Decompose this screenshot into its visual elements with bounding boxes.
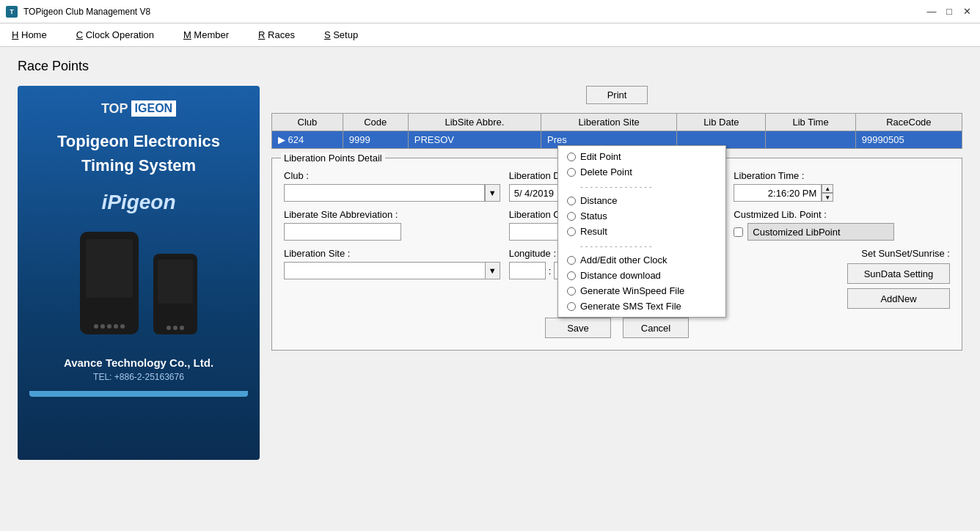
club-field: Club : ▼ <box>284 170 500 202</box>
club-input-wrapper: ▼ <box>284 184 500 202</box>
radio-distance <box>567 197 576 205</box>
company-name: Avance Technology Co., Ltd. <box>64 356 213 369</box>
device-small <box>153 254 197 334</box>
device-large <box>80 232 139 334</box>
device-illustration <box>80 232 197 334</box>
app-icon: T <box>6 6 18 18</box>
brand-subtitle2: Timing System <box>81 155 196 177</box>
col-club: Club <box>272 114 343 131</box>
left-panel: TOP IGEON Topigeon Electronics Timing Sy… <box>18 86 260 460</box>
col-libtime: Lib Time <box>766 114 855 131</box>
ctx-sep1: - - - - - - - - - - - - - - - <box>558 180 725 193</box>
save-button[interactable]: Save <box>545 318 611 338</box>
radio-generate-sms <box>567 302 576 311</box>
brand-subtitle1: Topigeon Electronics <box>57 131 220 153</box>
ctx-edit-point[interactable]: Edit Point <box>558 149 725 164</box>
col-code: Code <box>343 114 408 131</box>
radio-add-edit-clock <box>567 256 576 265</box>
window-title: TOPigeon Club Management V8 <box>23 7 150 17</box>
cancel-button[interactable]: Cancel <box>623 318 689 338</box>
liberate-site-abbr-label: Liberate Site Abbreviation : <box>284 209 500 220</box>
brand-pigeon: IGEON <box>131 100 177 117</box>
cell-libsite-abbre: PRESOV <box>408 131 541 149</box>
ctx-generate-winspeed[interactable]: Generate WinSpeed File <box>558 283 725 299</box>
customized-checkbox-row <box>734 223 894 241</box>
col-libsite: LibSite Abbre. <box>408 114 541 131</box>
time-up-btn[interactable]: ▲ <box>822 184 833 193</box>
sunset-label: Set SunSet/Sunrise : <box>861 248 950 259</box>
ctx-generate-sms[interactable]: Generate SMS Text File <box>558 299 725 314</box>
ctx-add-edit-clock[interactable]: Add/Edit other Clock <box>558 252 725 268</box>
ctx-delete-point[interactable]: Delete Point <box>558 164 725 180</box>
time-spinner: ▲ ▼ <box>822 184 833 202</box>
menu-setup[interactable]: S Setup <box>318 26 364 43</box>
cell-racecode: 99990505 <box>855 131 962 149</box>
liberate-site-abbr-field: Liberate Site Abbreviation : <box>284 209 500 241</box>
brand-product: iPigeon <box>101 191 175 214</box>
add-new-button[interactable]: AddNew <box>847 288 950 309</box>
maximize-button[interactable]: □ <box>942 4 957 19</box>
liberation-site-field: Liberation Site : ▼ <box>284 248 500 309</box>
customized-checkbox[interactable] <box>734 227 743 237</box>
radio-status <box>567 212 576 221</box>
customized-section: Custmized Lib. Point : <box>734 209 950 241</box>
title-bar-controls: — □ ✕ <box>924 4 974 19</box>
company-tel: TEL: +886-2-25163676 <box>93 372 184 382</box>
liberation-site-label: Liberation Site : <box>284 248 500 259</box>
liberation-time-label: Liberation Time : <box>734 170 950 181</box>
col-racecode: RaceCode <box>855 114 962 131</box>
club-label: Club : <box>284 170 500 181</box>
liberate-site-abbr-input[interactable] <box>284 223 401 241</box>
liberation-site-input[interactable] <box>284 262 485 279</box>
brand-top: TOP <box>101 101 128 117</box>
liberation-time-field: Liberation Time : ▲ ▼ <box>734 170 950 202</box>
action-buttons: Save Cancel <box>284 318 950 338</box>
cell-indicator: ▶ 624 <box>272 131 343 149</box>
menu-member[interactable]: M Member <box>178 26 235 43</box>
title-bar: T TOPigeon Club Management V8 — □ ✕ <box>0 0 980 23</box>
radio-delete-point <box>567 168 576 177</box>
ctx-distance-download[interactable]: Distance download <box>558 268 725 283</box>
ctx-status[interactable]: Status <box>558 208 725 224</box>
page-content: Race Points TOP IGEON Topigeon Electroni… <box>0 47 980 472</box>
radio-edit-point <box>567 153 576 161</box>
radio-generate-winspeed <box>567 287 576 296</box>
radio-result <box>567 227 576 236</box>
blue-bar <box>29 391 248 397</box>
minimize-button[interactable]: — <box>924 4 939 19</box>
sunset-section: Set SunSet/Sunrise : SunData Setting Add… <box>734 248 950 309</box>
radio-distance-download <box>567 271 576 280</box>
longitude-deg[interactable] <box>509 262 546 279</box>
close-button[interactable]: ✕ <box>959 4 974 19</box>
race-points-table: Club Code LibSite Abbre. Liberation Site… <box>271 113 962 149</box>
menu-bar: H Home C Clock Operation M Member R Race… <box>0 23 980 47</box>
customized-label: Custmized Lib. Point : <box>734 209 826 220</box>
brand-logo: TOP IGEON <box>101 100 176 117</box>
menu-races[interactable]: R Races <box>252 26 301 43</box>
ctx-sep2: - - - - - - - - - - - - - - - <box>558 239 725 252</box>
sun-data-setting-button[interactable]: SunData Setting <box>847 263 950 284</box>
menu-home[interactable]: H Home <box>6 26 53 43</box>
ctx-distance[interactable]: Distance <box>558 193 725 208</box>
page-title: Race Points <box>18 59 962 74</box>
time-down-btn[interactable]: ▼ <box>822 193 833 202</box>
cell-code: 9999 <box>343 131 408 149</box>
cell-libtime <box>766 131 855 149</box>
col-libsite-full: Liberation Site <box>541 114 677 131</box>
liberation-site-wrapper: ▼ <box>284 262 500 279</box>
title-bar-left: T TOPigeon Club Management V8 <box>6 6 150 18</box>
club-input[interactable] <box>284 184 485 202</box>
liberation-site-dropdown-btn[interactable]: ▼ <box>485 262 500 279</box>
print-area: Print <box>271 86 962 104</box>
main-layout: TOP IGEON Topigeon Electronics Timing Sy… <box>18 86 962 460</box>
print-button[interactable]: Print <box>586 86 648 104</box>
liberation-time-input[interactable] <box>734 184 822 202</box>
liberation-time-wrapper: ▲ ▼ <box>734 184 950 202</box>
customized-input[interactable] <box>747 223 894 241</box>
club-dropdown-btn[interactable]: ▼ <box>485 184 500 202</box>
context-menu: Edit Point Delete Point - - - - - - - - … <box>557 145 726 318</box>
detail-panel-title: Liberation Points Detail <box>281 153 385 164</box>
col-libdate: Lib Date <box>677 114 766 131</box>
ctx-result[interactable]: Result <box>558 224 725 239</box>
menu-clock-operation[interactable]: C Clock Operation <box>70 26 160 43</box>
